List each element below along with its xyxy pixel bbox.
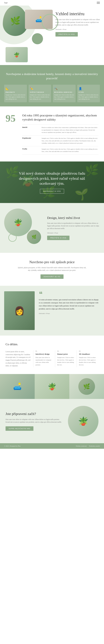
service-card-0: 📐 PROJEKTY Sample text: Click to select … xyxy=(4,85,27,102)
footer-links: Politika soukromí Podmínky použití xyxy=(76,445,100,447)
service-icon-1: ✏️ xyxy=(30,87,50,90)
stats-content: Od roku 1995 pracujeme s úžasnými organi… xyxy=(22,113,98,154)
stats-title: Od roku 1995 pracujeme s úžasnými organi… xyxy=(22,113,98,122)
ready-section: Jste připraveni začít? Duis aute irure d… xyxy=(0,399,104,443)
service-title-3: O NÁS xyxy=(79,91,98,93)
service-card-3: 👤 O NÁS Sample text: Click to select the… xyxy=(77,85,100,102)
footer-link-terms[interactable]: Podmínky použití xyxy=(89,445,100,447)
whatwedo-item-text-1: Sample text: Click to select the text bo… xyxy=(57,356,75,366)
whatwedo-main-text: Lorem ipsum dolor sit amet, consectetur … xyxy=(6,350,31,367)
testimonial-text: Ut enim ad minim veniam, quis nostrud ex… xyxy=(39,298,100,310)
testimonial-section: 👩 ❝ Ut enim ad minim veniam, quis nostru… xyxy=(0,286,104,336)
testimonial-author: Obchodní v Praze xyxy=(39,312,100,314)
plants-section: 🌿 🪴 🌿 🌱 🌿 Váš nový domov obsahuje působi… xyxy=(0,162,104,203)
services-banner-section: Navrhujeme a dodáváme krásné hotely, lux… xyxy=(0,65,104,106)
ready-description: Duis aute irure dolor in voluptate velit… xyxy=(6,418,62,424)
service-icon-3: 👤 xyxy=(79,87,98,90)
service-title-2: BUILDING SERVICES xyxy=(54,91,74,93)
stats-row-0: Interiér Proin eu sodales orci dolor ris… xyxy=(22,125,98,136)
whatwedo-item-text-2: Sample text: Click to select the text bo… xyxy=(79,356,96,366)
footer-link-privacy[interactable]: Politika soukromí xyxy=(76,445,87,447)
stats-row-2: Tvorba Sample text: Click to select the … xyxy=(22,146,98,154)
header: logo xyxy=(0,0,104,6)
whatwedo-main-column: Lorem ipsum dolor sit amet, consectetur … xyxy=(6,350,33,367)
design-card-circle-outline xyxy=(8,234,17,242)
ready-button[interactable]: SUPRE NEZÚČASTNÍ NÁS xyxy=(6,426,33,431)
whatwedo-item-title-1: Domací práce xyxy=(57,353,75,355)
ready-image: 🪴 xyxy=(68,406,98,436)
whatwedo-item-1: 02. Domací práce Sample text: Click to s… xyxy=(55,350,77,367)
hero-sofa-image xyxy=(6,47,28,62)
service-card-2: 🔨 BUILDING SERVICES Sample text: Click t… xyxy=(53,85,76,102)
service-text-3: Sample text: Click to select the text bo… xyxy=(79,94,98,100)
stats-section: 95 Od roku 1995 pracujeme s úžasnými org… xyxy=(0,106,104,162)
hero-author: Obchodní v Praze xyxy=(55,28,100,30)
interior-img-2: 🪴 xyxy=(35,374,69,399)
service-icon-0: 📐 xyxy=(6,87,26,90)
ready-title: Jste připraveni začít? xyxy=(6,412,62,416)
whatwedo-title: Co dělám. xyxy=(6,342,98,346)
whatwedo-item-title-2: 3D vizualizace xyxy=(79,353,96,355)
interior-image-banner: 🛋️ 🪴 🌿 xyxy=(0,374,104,399)
service-title-0: PROJEKTY xyxy=(6,91,26,93)
services-banner-title: Navrhujeme a dodáváme krásné hotely, lux… xyxy=(4,72,100,80)
hero-read-more-button[interactable]: PŘEČTĚTE SI VÍCE xyxy=(55,32,78,36)
stats-number: 95 xyxy=(6,113,16,124)
stats-row-text-1: Sample text: Click to select the text bo… xyxy=(42,137,98,144)
whatwedo-item-0: 01. Interiérový design Duis aute irure d… xyxy=(33,350,55,367)
quote-mark-icon: ❝ xyxy=(39,291,100,297)
service-text-1: Sample text: Click to select the text bo… xyxy=(30,94,50,100)
work-description: Způsob, jakým pracujeme, se řídí z domác… xyxy=(17,266,87,272)
work-section: Navrženo pro váš způsob práce Způsob, ja… xyxy=(0,253,104,286)
stats-row-label-1: Projektování xyxy=(22,137,39,144)
service-text-0: Sample text: Click to select the text bo… xyxy=(6,94,26,100)
hero-section: Vzhled interiéru Duis aute irure dolor i… xyxy=(0,6,104,65)
service-text-2: Sample text: Click to select the text bo… xyxy=(54,94,74,100)
design-card-section: 🪴 🌿 Design, který mění život Duis aute i… xyxy=(0,203,104,253)
design-card-read-more-button[interactable]: PŘEČTĚTE SI VÍCE xyxy=(47,236,69,240)
stats-row-text-2: Sample text: Click to select the text bo… xyxy=(42,148,98,153)
testimonial-image: 👩 xyxy=(4,291,35,330)
service-icon-2: 🔨 xyxy=(54,87,74,90)
whatwedo-section: Co dělám. Lorem ipsum dolor sit amet, co… xyxy=(0,336,104,374)
work-button[interactable]: DOHOVOŘIT SE VÍC xyxy=(41,274,63,279)
menu-bar-3 xyxy=(97,4,100,4)
design-card-author: Obchodní v Praze xyxy=(47,232,100,234)
stats-rows: Interiér Proin eu sodales orci dolor ris… xyxy=(22,124,98,154)
plants-button[interactable]: NAVRHNOUT SI VÍCE xyxy=(40,189,64,194)
hero-content: Vzhled interiéru Duis aute irure dolor i… xyxy=(55,11,100,36)
logo: logo xyxy=(4,2,8,4)
whatwedo-item-num-1: 02. xyxy=(57,350,75,352)
hero-circle-solid xyxy=(32,33,43,44)
services-cards-container: 📐 PROJEKTY Sample text: Click to select … xyxy=(4,85,100,102)
design-card-title: Design, který mění život xyxy=(47,216,100,220)
hero-description: Duis aute irure dolor in reprehenderit i… xyxy=(55,18,100,26)
stats-number-row: 95 Od roku 1995 pracujeme s úžasnými org… xyxy=(6,113,98,154)
testimonial-content: ❝ Ut enim ad minim veniam, quis nostrud … xyxy=(39,291,100,314)
design-card-circle-big: 🪴 xyxy=(4,208,32,236)
hero-title: Vzhled interiéru xyxy=(55,11,100,16)
whatwedo-item-title-0: Interiérový design xyxy=(36,353,53,355)
footer: © 2023 | Designed by Přez Politika soukr… xyxy=(0,443,104,449)
ready-content: Jste připraveni začít? Duis aute irure d… xyxy=(6,412,62,430)
whatwedo-grid: Lorem ipsum dolor sit amet, consectetur … xyxy=(6,350,98,367)
work-title: Navrženo pro váš způsob práce xyxy=(6,260,98,264)
plants-content: Váš nový domov obsahuje působivou řadu d… xyxy=(0,162,104,202)
stats-row-text-0: Proin eu sodales orci dolor risus consec… xyxy=(42,126,98,134)
menu-button[interactable] xyxy=(97,2,100,4)
interior-img-1: 🛋️ xyxy=(0,374,35,399)
whatwedo-item-2: 03. 3D vizualizace Sample text: Click to… xyxy=(77,350,98,367)
design-card-description: Duis aute irure dolor in reprehenderit i… xyxy=(47,222,100,230)
stats-row-label-0: Interiér xyxy=(22,126,39,134)
interior-img-3: 🌿 xyxy=(69,374,104,399)
interior-circle-img: 🌿 xyxy=(78,378,95,395)
design-card-circle-small: 🌿 xyxy=(26,229,42,244)
design-card-content: Design, který mění život Duis aute irure… xyxy=(47,216,100,240)
menu-bar-2 xyxy=(97,3,100,3)
whatwedo-item-text-0: Duis aute irure dolor in reprehenderit i… xyxy=(36,356,53,366)
service-title-1: SVĚTLÝ DESIGN xyxy=(30,91,50,93)
plants-title: Váš nový domov obsahuje působivou řadu d… xyxy=(11,171,93,186)
menu-bar-1 xyxy=(97,2,100,2)
stats-row-label-2: Tvorba xyxy=(22,148,39,153)
footer-copyright: © 2023 | Designed by Přez xyxy=(4,445,21,447)
